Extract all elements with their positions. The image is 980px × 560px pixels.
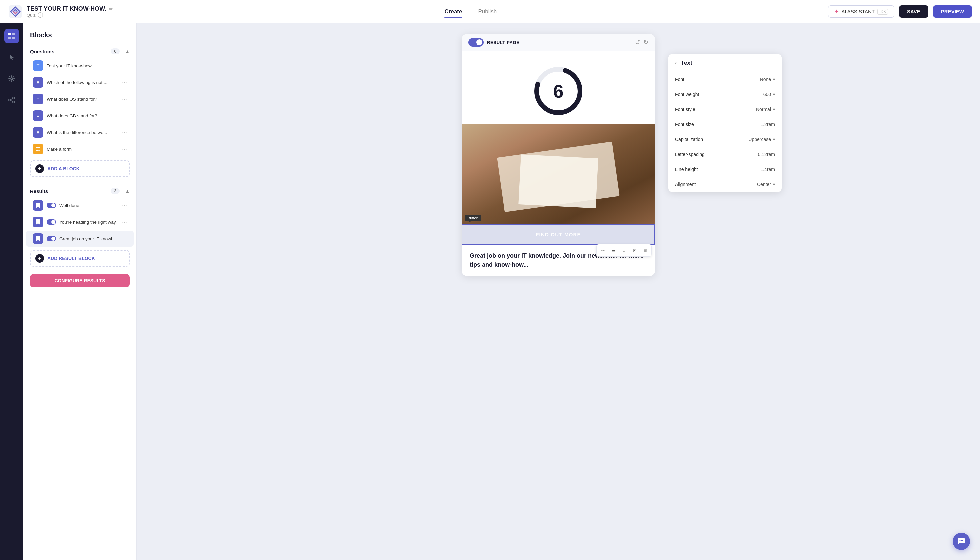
toolbar-copy-icon[interactable]: ⎘ [630, 246, 639, 255]
result-toggle-2[interactable] [47, 236, 56, 241]
preview-button[interactable]: PREVIEW [933, 5, 972, 18]
header-title: TEST YOUR IT KNOW-HOW. ✏ [27, 5, 113, 12]
configure-results-button[interactable]: CONFIGURE RESULTS [30, 274, 130, 287]
add-block-icon: + [35, 164, 44, 173]
svg-point-5 [11, 78, 13, 80]
result-page-label: RESULT PAGE [487, 40, 520, 45]
chat-bubble[interactable] [953, 533, 970, 550]
text-prop-line-height: Line height 1.4rem [668, 162, 782, 177]
question-icon-0: T [33, 60, 43, 71]
question-item-2[interactable]: ≡ What does OS stand for? ··· [26, 91, 134, 107]
svg-point-17 [960, 540, 961, 541]
sidebar-icon-pointer[interactable] [4, 50, 19, 65]
sidebar-icon-share[interactable] [4, 93, 19, 107]
add-result-block-button[interactable]: + ADD RESULT BLOCK [30, 250, 130, 267]
question-more-5[interactable]: ··· [122, 146, 127, 153]
question-icon-4: ≡ [33, 127, 43, 138]
score-number: 6 [553, 80, 563, 102]
header-nav: Create Publish [113, 7, 828, 16]
questions-count: 6 [111, 48, 120, 54]
toolbar-eye-icon[interactable]: ○ [619, 246, 629, 255]
result-more-0[interactable]: ··· [122, 202, 127, 209]
question-item-1[interactable]: ≡ Which of the following is not ... ··· [26, 74, 134, 90]
find-out-btn-wrapper: Button FIND OUT MORE ✏ ☰ ○ ⎘ 🗑 [462, 224, 655, 245]
sidebar-icon-blocks[interactable] [4, 29, 19, 43]
result-page-bar: RESULT PAGE ↺ ↻ [462, 34, 655, 51]
question-more-4[interactable]: ··· [122, 129, 127, 136]
shortcut-kbd: ⌘K [877, 9, 888, 15]
weight-dropdown-icon[interactable]: ▾ [773, 92, 775, 97]
question-item-4[interactable]: ≡ What is the difference betwe... ··· [26, 124, 134, 140]
info-icon[interactable]: i [38, 12, 43, 18]
toolbar-format-icon[interactable]: ☰ [609, 246, 618, 255]
result-icon-1 [33, 217, 43, 227]
find-out-more-button[interactable]: FIND OUT MORE [462, 224, 655, 245]
results-label: Results [30, 188, 48, 194]
bookmark-shape-0 [36, 203, 40, 208]
subtitle-text: Quiz [27, 13, 36, 18]
align-value: Center [757, 182, 771, 187]
result-more-1[interactable]: ··· [122, 219, 127, 226]
header-right: ✦ AI ASSISTANT ⌘K SAVE PREVIEW [828, 5, 972, 18]
align-dropdown-icon[interactable]: ▾ [773, 182, 775, 187]
questions-chevron-icon[interactable]: ▲ [125, 49, 130, 54]
nav-publish[interactable]: Publish [478, 7, 497, 16]
toolbar-edit-icon[interactable]: ✏ [598, 246, 607, 255]
question-label-5: Make a form [47, 147, 119, 152]
question-label-4: What is the difference betwe... [47, 130, 119, 135]
question-label-2: What does OS stand for? [47, 97, 119, 102]
question-more-1[interactable]: ··· [122, 79, 127, 86]
questions-section-header[interactable]: Questions 6 ▲ [23, 46, 136, 57]
font-dropdown-icon[interactable]: ▾ [773, 77, 775, 82]
edit-title-icon[interactable]: ✏ [109, 6, 113, 12]
question-icon-2: ≡ [33, 94, 43, 104]
result-item-1[interactable]: You're heading the right way. ··· [26, 214, 134, 230]
result-item-0[interactable]: Well done! ··· [26, 197, 134, 213]
text-panel-title: Text [681, 60, 692, 66]
undo-icon[interactable]: ↺ [635, 39, 640, 46]
score-area: 6 [462, 51, 655, 124]
question-item-3[interactable]: ≡ What does GB stand for? ··· [26, 108, 134, 124]
add-block-button[interactable]: + ADD A BLOCK [30, 160, 130, 177]
lh-label: Line height [675, 167, 698, 172]
result-toggle-1[interactable] [47, 219, 56, 225]
save-button[interactable]: SAVE [899, 5, 928, 18]
bookmark-shape-2 [36, 236, 40, 241]
ai-assistant-button[interactable]: ✦ AI ASSISTANT ⌘K [828, 5, 894, 18]
add-result-label: ADD RESULT BLOCK [47, 256, 95, 261]
nav-create[interactable]: Create [444, 7, 462, 16]
logo-icon[interactable] [8, 4, 23, 19]
text-prop-size: Font size 1.2rem [668, 117, 782, 132]
style-label: Font style [675, 107, 695, 112]
question-more-3[interactable]: ··· [122, 112, 127, 119]
text-panel-back[interactable]: ‹ [675, 59, 677, 66]
svg-rect-3 [8, 37, 11, 39]
results-chevron-icon[interactable]: ▲ [125, 188, 130, 194]
score-circle: 6 [532, 64, 585, 118]
result-toggle-0[interactable] [47, 203, 56, 208]
result-item-2[interactable]: Great job on your IT knowled... ··· [26, 231, 134, 247]
question-more-2[interactable]: ··· [122, 96, 127, 103]
text-panel: ‹ Text Font None ▾ Font weight 600 [668, 54, 782, 192]
canvas-wrapper: RESULT PAGE ↺ ↻ [462, 34, 655, 276]
text-prop-weight: Font weight 600 ▾ [668, 87, 782, 102]
cap-dropdown-icon[interactable]: ▾ [773, 137, 775, 142]
result-icon-2 [33, 233, 43, 244]
result-more-2[interactable]: ··· [122, 235, 127, 242]
question-more-0[interactable]: ··· [122, 62, 127, 69]
sidebar-icon-settings[interactable] [4, 71, 19, 86]
text-panel-header: ‹ Text [668, 54, 782, 72]
redo-icon[interactable]: ↻ [643, 39, 648, 46]
style-dropdown-icon[interactable]: ▾ [773, 107, 775, 112]
size-value: 1.2rem [760, 122, 775, 127]
font-label: Font [675, 77, 684, 82]
question-icon-3: ≡ [33, 110, 43, 121]
cap-value: Uppercase [748, 137, 771, 142]
toolbar-delete-icon[interactable]: 🗑 [641, 246, 650, 255]
question-item-0[interactable]: T Test your IT know-how ··· [26, 58, 134, 74]
results-section-header[interactable]: Results 3 ▲ [23, 185, 136, 197]
result-page-toggle[interactable] [468, 38, 484, 47]
svg-rect-1 [8, 33, 11, 35]
bookmark-shape-1 [36, 219, 40, 225]
question-item-5[interactable]: Make a form ··· [26, 141, 134, 157]
